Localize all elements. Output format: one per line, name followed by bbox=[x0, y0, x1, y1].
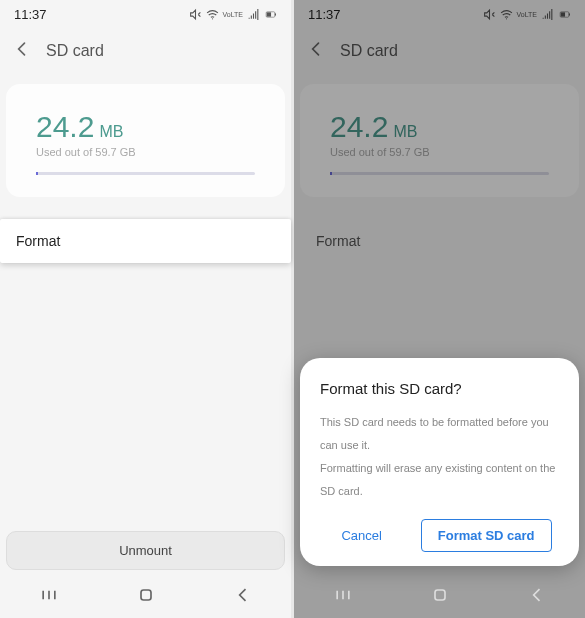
svg-rect-7 bbox=[561, 12, 565, 16]
status-time: 11:37 bbox=[308, 7, 341, 22]
svg-rect-8 bbox=[569, 13, 570, 15]
dialog-body: This SD card needs to be formatted befor… bbox=[320, 411, 559, 503]
mute-icon bbox=[189, 8, 202, 21]
svg-rect-9 bbox=[435, 590, 445, 600]
svg-rect-4 bbox=[141, 590, 151, 600]
status-icons: VoLTE bbox=[483, 8, 572, 21]
back-button[interactable] bbox=[12, 39, 32, 63]
back-nav-button[interactable] bbox=[527, 585, 547, 609]
used-value: 24.2 bbox=[330, 110, 388, 144]
signal-icon bbox=[541, 8, 554, 21]
page-title: SD card bbox=[340, 42, 398, 60]
mute-icon bbox=[483, 8, 496, 21]
storage-progress bbox=[330, 172, 549, 175]
svg-rect-3 bbox=[275, 13, 276, 15]
battery-icon bbox=[558, 8, 571, 21]
battery-icon bbox=[264, 8, 277, 21]
used-subtext: Used out of 59.7 GB bbox=[330, 146, 549, 158]
status-bar: 11:37 VoLTE bbox=[294, 0, 585, 28]
svg-point-0 bbox=[211, 18, 212, 19]
status-time: 11:37 bbox=[14, 7, 47, 22]
format-label: Format bbox=[316, 233, 360, 249]
header: SD card bbox=[294, 28, 585, 74]
format-label: Format bbox=[16, 233, 60, 249]
dialog-line1: This SD card needs to be formatted befor… bbox=[320, 411, 559, 457]
recent-apps-button[interactable] bbox=[333, 585, 353, 609]
header: SD card bbox=[0, 28, 291, 74]
dialog-line2: Formatting will erase any existing conte… bbox=[320, 457, 559, 503]
home-button[interactable] bbox=[430, 585, 450, 609]
used-unit: MB bbox=[393, 123, 417, 141]
navbar bbox=[0, 576, 291, 618]
wifi-icon bbox=[206, 8, 219, 21]
unmount-label: Unmount bbox=[119, 543, 172, 558]
format-sd-card-button[interactable]: Format SD card bbox=[421, 519, 552, 552]
svg-rect-2 bbox=[267, 12, 271, 16]
phone-screen-left: 11:37 VoLTE SD card 24.2 MB Used out of … bbox=[0, 0, 291, 618]
volte-icon: VoLTE bbox=[223, 11, 244, 18]
cancel-button[interactable]: Cancel bbox=[327, 520, 395, 551]
used-value: 24.2 bbox=[36, 110, 94, 144]
format-row[interactable]: Format bbox=[0, 219, 291, 263]
volte-icon: VoLTE bbox=[517, 11, 538, 18]
phone-screen-right: 11:37 VoLTE SD card 24.2 MB Used out of … bbox=[294, 0, 585, 618]
storage-card: 24.2 MB Used out of 59.7 GB bbox=[6, 84, 285, 197]
storage-card: 24.2 MB Used out of 59.7 GB bbox=[300, 84, 579, 197]
dialog-title: Format this SD card? bbox=[320, 380, 559, 397]
page-title: SD card bbox=[46, 42, 104, 60]
wifi-icon bbox=[500, 8, 513, 21]
navbar bbox=[294, 576, 585, 618]
back-nav-button[interactable] bbox=[233, 585, 253, 609]
status-bar: 11:37 VoLTE bbox=[0, 0, 291, 28]
used-unit: MB bbox=[99, 123, 123, 141]
format-dialog: Format this SD card? This SD card needs … bbox=[300, 358, 579, 566]
signal-icon bbox=[247, 8, 260, 21]
format-row[interactable]: Format bbox=[300, 219, 579, 263]
storage-progress bbox=[36, 172, 255, 175]
back-button[interactable] bbox=[306, 39, 326, 63]
home-button[interactable] bbox=[136, 585, 156, 609]
recent-apps-button[interactable] bbox=[39, 585, 59, 609]
status-icons: VoLTE bbox=[189, 8, 278, 21]
used-subtext: Used out of 59.7 GB bbox=[36, 146, 255, 158]
svg-point-5 bbox=[505, 18, 506, 19]
unmount-button[interactable]: Unmount bbox=[6, 531, 285, 570]
